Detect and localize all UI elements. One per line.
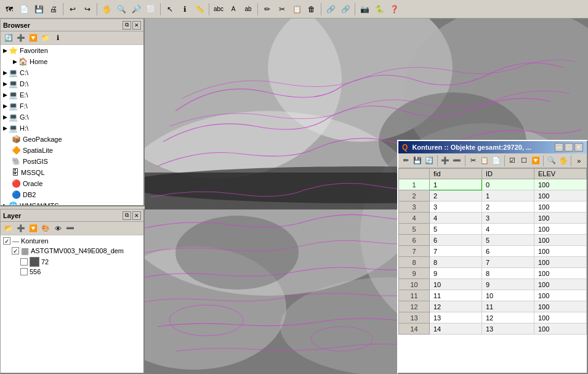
arrow-h[interactable]: ▶	[3, 125, 7, 131]
browser-filter-btn[interactable]: 🔽	[28, 33, 39, 44]
browser-item-geopkg[interactable]: 📦 GeoPackage	[1, 134, 143, 145]
layer-toggle-btn[interactable]: 👁	[52, 223, 63, 234]
add-row-btn[interactable]: ➕	[440, 155, 451, 167]
layer-visible-556[interactable]	[20, 268, 28, 275]
browser-item-e[interactable]: ▶ 💻 E:\	[1, 89, 143, 100]
table-row[interactable]: 10109100	[399, 279, 587, 290]
col-elev[interactable]: ELEV	[534, 169, 587, 179]
browser-item-h[interactable]: ▶ 💻 H:\	[1, 123, 143, 134]
browser-list[interactable]: ▶ ⭐ Favoriten ▶ 🏠 Home ▶ 💻 C:\ ▶ 💻	[1, 45, 143, 205]
zoom-sel-btn[interactable]: 🔍	[546, 155, 557, 167]
cell-elev[interactable]: 100	[534, 213, 587, 224]
cell-fid[interactable]: 6	[430, 235, 482, 246]
cell-fid[interactable]: 4	[430, 213, 482, 224]
cell-fid[interactable]: 10	[430, 279, 482, 290]
cell-elev[interactable]: 100	[534, 290, 587, 301]
cell-elev[interactable]: 100	[534, 224, 587, 235]
cell-id[interactable]: 4	[482, 224, 534, 235]
browser-add-btn[interactable]: ➕	[15, 33, 26, 44]
delete-btn[interactable]: 🗑	[305, 2, 318, 16]
browser-info-btn[interactable]: ℹ	[52, 33, 63, 44]
save-edits-btn[interactable]: 💾	[413, 155, 423, 167]
layer-add-btn[interactable]: ➕	[15, 223, 26, 234]
cell-id[interactable]: 5	[482, 235, 534, 246]
cell-elev[interactable]: 100	[534, 268, 587, 279]
browser-item-g[interactable]: ▶ 💻 G:\	[1, 112, 143, 123]
new-btn[interactable]: 📄	[17, 2, 31, 16]
arrow-g[interactable]: ▶	[3, 114, 7, 120]
browser-refresh-btn[interactable]: 🔄	[3, 33, 14, 44]
layer-style-btn[interactable]: 🎨	[40, 223, 51, 234]
zoom-extent-btn[interactable]: ⬜	[144, 2, 158, 16]
info-btn[interactable]: ℹ	[178, 2, 191, 16]
browser-item-d[interactable]: ▶ 💻 D:\	[1, 78, 143, 89]
table-row[interactable]: 887100	[399, 257, 587, 268]
cell-id[interactable]: 13	[482, 323, 534, 335]
browser-item-c[interactable]: ▶ 💻 C:\	[1, 67, 143, 78]
cell-elev[interactable]: 100	[534, 246, 587, 257]
edit-btn[interactable]: ✏	[260, 2, 274, 16]
cell-id[interactable]: 11	[482, 301, 534, 312]
cell-elev[interactable]: 100	[534, 179, 587, 190]
copy-btn[interactable]: 📋	[290, 2, 304, 16]
browser-item-db2[interactable]: 🔵 DB2	[1, 189, 143, 200]
cell-id[interactable]: 2	[482, 201, 534, 213]
arrow-wms[interactable]: ▶	[3, 203, 7, 205]
cell-fid[interactable]: 5	[430, 224, 482, 235]
table-row[interactable]: 221100	[399, 190, 587, 201]
map-area[interactable]: Q Konturen :: Objekte gesamt:29720, ... …	[145, 18, 588, 374]
layer-visible-color[interactable]	[20, 258, 28, 266]
dialog-close-btn[interactable]: ✕	[574, 143, 583, 152]
arrow-home[interactable]: ▶	[13, 59, 17, 65]
dialog-minimize-btn[interactable]: —	[555, 143, 563, 152]
cut-btn[interactable]: ✂	[275, 2, 289, 16]
save-btn[interactable]: 💾	[32, 2, 46, 16]
cell-fid[interactable]: 13	[430, 312, 482, 323]
table-row[interactable]: 665100	[399, 235, 587, 246]
topology-btn[interactable]: 🔗	[339, 2, 352, 16]
arrow-c[interactable]: ▶	[3, 70, 7, 76]
copy-row-btn[interactable]: 📋	[480, 155, 490, 167]
text-btn[interactable]: A	[227, 2, 240, 16]
cell-fid[interactable]: 11	[430, 290, 482, 301]
col-id[interactable]: ID	[482, 169, 534, 179]
cell-id[interactable]: 10	[482, 290, 534, 301]
table-row[interactable]: 111110100	[399, 290, 587, 301]
cell-elev[interactable]: 100	[534, 312, 587, 323]
browser-close-btn[interactable]: ✕	[132, 21, 141, 30]
cell-elev[interactable]: 100	[534, 190, 587, 201]
layer-remove-btn[interactable]: ➖	[65, 223, 76, 234]
cell-id[interactable]: 7	[482, 257, 534, 268]
undo-btn[interactable]: ↩	[66, 2, 79, 16]
print-btn[interactable]: 🖨	[47, 2, 60, 16]
cell-fid[interactable]: 1	[430, 179, 482, 190]
cell-id[interactable]: 12	[482, 312, 534, 323]
annotate-btn[interactable]: ab	[241, 2, 255, 16]
snap-btn[interactable]: 🔗	[324, 2, 337, 16]
paste-row-btn[interactable]: 📄	[491, 155, 502, 167]
del-row-btn[interactable]: ➖	[452, 155, 462, 167]
table-row[interactable]: 998100	[399, 268, 587, 279]
layer-open-btn[interactable]: 📂	[3, 223, 14, 234]
cell-id[interactable]: 8	[482, 268, 534, 279]
cell-fid[interactable]: 7	[430, 246, 482, 257]
browser-item-wms[interactable]: ▶ 🌐 WMS/WMTS	[1, 200, 143, 205]
browser-collapse-btn[interactable]: 📁	[40, 33, 51, 44]
cell-elev[interactable]: 100	[534, 279, 587, 290]
cell-id[interactable]: 1	[482, 190, 534, 201]
python-btn[interactable]: 🐍	[373, 2, 386, 16]
more-btn[interactable]: »	[574, 155, 584, 167]
edit-mode-btn[interactable]: ✏	[401, 155, 411, 167]
select-all-btn[interactable]: ☑	[507, 155, 517, 167]
browser-item-favoriten[interactable]: ▶ ⭐ Favoriten	[1, 45, 143, 56]
cell-elev[interactable]: 100	[534, 235, 587, 246]
browser-float-btn[interactable]: ⧉	[123, 21, 131, 30]
cell-elev[interactable]: 100	[534, 201, 587, 213]
cell-fid[interactable]: 9	[430, 268, 482, 279]
reload-btn[interactable]: 🔄	[424, 155, 435, 167]
table-row[interactable]: 776100	[399, 246, 587, 257]
arrow-f[interactable]: ▶	[3, 103, 7, 109]
redo-btn[interactable]: ↪	[81, 2, 94, 16]
cell-fid[interactable]: 3	[430, 201, 482, 213]
label-btn[interactable]: abc	[212, 2, 225, 16]
